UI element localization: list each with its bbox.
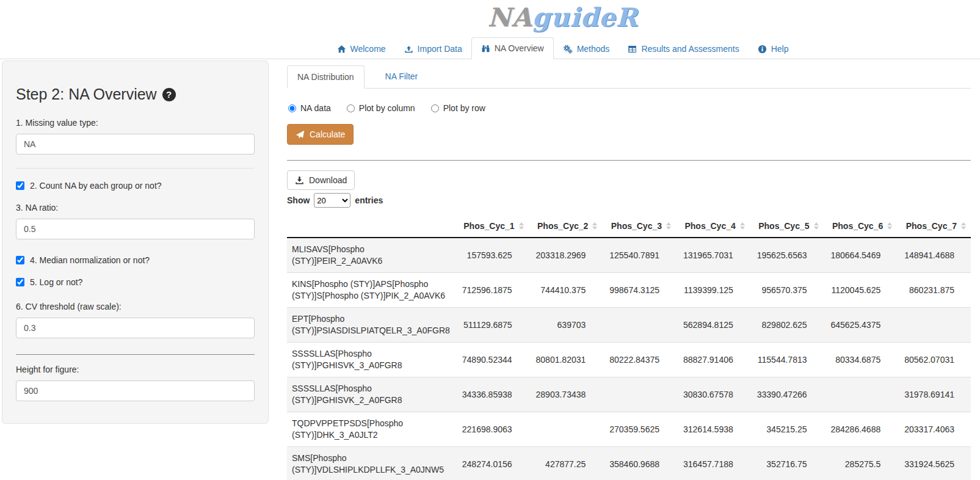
nav-tab-help[interactable]: Help [749,38,798,59]
sort-icon[interactable] [666,222,671,230]
download-icon [295,176,304,185]
table-row: SSSSLLAS[Phospho (STY)]PGHISVK_3_A0FGR87… [287,343,971,377]
cv-threshold-label: 6. CV threshold (raw scale): [16,302,255,311]
median-norm-checkbox-row[interactable]: 4. Median normalization or not? [16,255,255,265]
sort-icon[interactable] [519,222,524,230]
radio-input[interactable] [347,104,355,112]
row-name-cell: EPT[Phospho (STY)]PSIASDISLPIATQELR_3_A0… [287,308,455,343]
column-header-phos_cyc_7[interactable]: Phos_Cyc_7 [897,216,971,238]
table-row: SSSSLLAS[Phospho (STY)]PGHISVK_2_A0FGR83… [287,377,971,412]
value-cell: 1120045.625 [824,273,898,308]
median-norm-checkbox[interactable] [16,256,24,264]
column-header-label: Phos_Cyc_7 [906,221,957,231]
nav-tab-methods[interactable]: Methods [554,38,619,59]
page-length-select[interactable]: 20 [314,193,350,208]
radio-input[interactable] [431,104,439,112]
value-cell: 88827.91406 [676,343,750,377]
value-cell [529,412,603,447]
step-title-text: Step 2: NA Overview [16,85,157,103]
radio-na-data[interactable]: NA data [288,103,331,113]
cv-threshold-input[interactable] [16,318,255,338]
nav-tab-label: Methods [577,44,610,54]
value-cell: 331924.5625 [897,447,971,480]
value-cell: 31978.69141 [897,377,971,412]
radio-plot-by-column[interactable]: Plot by column [347,103,415,113]
sort-icon[interactable] [961,222,966,230]
sidebar-panel: Step 2: NA Overview ? 1. Missing value t… [2,60,269,424]
column-header-phos_cyc_5[interactable]: Phos_Cyc_5 [750,216,824,238]
row-name-cell: TQDPVPPETPSDS[Phospho (STY)]DHK_3_A0JLT2 [287,412,455,447]
value-cell: 998674.3125 [602,273,676,308]
column-header-label: Phos_Cyc_2 [537,221,588,231]
value-cell [602,377,676,412]
subtab-na-distribution[interactable]: NA Distribution [287,65,365,89]
page-body: Step 2: NA Overview ? 1. Missing value t… [0,59,980,480]
value-cell: 195625.6563 [750,238,824,273]
column-header-phos_cyc_1[interactable]: Phos_Cyc_1 [455,216,529,238]
value-cell: 28903.73438 [529,377,603,412]
radio-input[interactable] [288,104,296,112]
column-header-phos_cyc_3[interactable]: Phos_Cyc_3 [602,216,676,238]
value-cell: 148941.4688 [897,238,971,273]
value-cell: 312614.5938 [676,412,750,447]
figure-height-input[interactable] [16,380,255,401]
count-na-checkbox[interactable] [16,181,24,190]
column-header-phos_cyc_4[interactable]: Phos_Cyc_4 [676,216,750,238]
table-row: TQDPVPPETPSDS[Phospho (STY)]DHK_3_A0JLT2… [287,412,971,447]
download-label: Download [309,175,347,185]
value-cell: 639703 [529,308,603,343]
column-header-label: Phos_Cyc_5 [758,221,809,231]
column-header-rownames[interactable] [287,216,455,238]
column-header-phos_cyc_6[interactable]: Phos_Cyc_6 [824,216,898,238]
table-row: MLISAVS[Phospho (STY)]PEIR_2_A0AVK615759… [287,238,971,273]
row-name-cell: SSSSLLAS[Phospho (STY)]PGHISVK_3_A0FGR8 [287,343,455,377]
missing-value-input[interactable] [16,134,255,155]
value-cell: 34336.85938 [455,377,529,412]
radio-plot-by-row[interactable]: Plot by row [431,103,485,113]
column-header-label: Phos_Cyc_3 [611,221,662,231]
na-ratio-input[interactable] [16,219,255,239]
download-button[interactable]: Download [287,170,355,190]
value-cell: 115544.7813 [750,343,824,377]
column-header-label: Phos_Cyc_6 [832,221,883,231]
nav-tab-results-and-assessments[interactable]: Results and Assessments [619,38,748,59]
logo-part-na: NA [488,2,532,32]
sort-icon[interactable] [592,222,597,230]
question-circle-icon[interactable]: ? [162,88,176,101]
nav-tab-welcome[interactable]: Welcome [328,38,395,59]
count-na-checkbox-row[interactable]: 2. Count NA by each group or not? [16,181,255,191]
value-cell: 511129.6875 [455,308,529,343]
median-norm-label: 4. Median normalization or not? [30,255,150,265]
gears-icon [563,45,573,54]
value-cell [824,377,898,412]
nav-tab-import-data[interactable]: Import Data [395,38,471,59]
nav-tab-label: Help [771,44,789,54]
column-header-phos_cyc_2[interactable]: Phos_Cyc_2 [529,216,603,238]
value-cell: 33390.47266 [750,377,824,412]
calculate-label: Calculate [310,129,345,139]
binoculars-icon [481,44,490,53]
log-checkbox-row[interactable]: 5. Log or not? [16,277,255,287]
value-cell: 358460.9688 [602,447,676,480]
subtab-na-filter[interactable]: NA Filter [376,65,428,89]
value-cell: 352716.75 [750,447,824,480]
value-cell: 427877.25 [529,447,603,480]
nav-tab-label: Results and Assessments [641,44,739,54]
missing-value-label: 1. Missing value type: [16,118,255,128]
value-cell: 744410.375 [529,273,603,308]
log-checkbox[interactable] [16,278,24,286]
nav-tab-na-overview[interactable]: NA Overview [471,37,554,59]
table-row: SMS[Phospho (STY)]VDLSHIPLKDPLLFK_3_A0JN… [287,447,971,480]
sort-icon[interactable] [740,222,745,230]
value-cell: 1139399.125 [676,273,750,308]
nav-tab-label: NA Overview [495,43,544,53]
sort-icon[interactable] [887,222,892,230]
log-label: 5. Log or not? [30,277,82,287]
sort-icon[interactable] [814,222,819,230]
calculate-button[interactable]: Calculate [287,124,354,145]
value-cell: 80334.6875 [824,343,898,377]
sidebar-divider-top [16,168,255,169]
figure-height-label: Height for figure: [16,365,255,374]
info-circle-icon [758,45,767,54]
value-cell: 712596.1875 [455,273,529,308]
